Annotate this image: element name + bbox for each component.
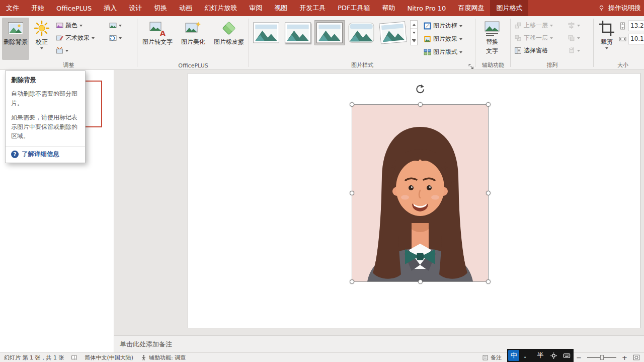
selection-handle-middle-right[interactable] [486,191,491,195]
artistic-effects-button[interactable]: 艺术效果 [54,32,107,44]
picture-border-button[interactable]: 图片边框 [422,20,464,32]
group-button[interactable] [566,32,586,44]
tab-picture-format[interactable]: 图片格式 [490,0,528,16]
selection-handle-top-right[interactable] [486,102,491,107]
selection-handle-bottom-center[interactable] [418,279,423,284]
rotation-handle[interactable] [415,84,426,95]
rotate-button[interactable] [566,45,586,56]
selection-handle-middle-left[interactable] [350,191,354,195]
tab-file[interactable]: 文件 [0,0,25,16]
zoom-slider-handle[interactable] [600,355,604,360]
ime-language-mode-button[interactable]: 中 [508,350,519,361]
picture-style-soft-edge[interactable] [346,20,376,45]
slide-1-editing-surface[interactable] [188,74,640,328]
send-backward-button[interactable]: 下移一层 [513,32,565,44]
selection-handle-top-center[interactable] [418,102,423,107]
shape-width-input[interactable]: 10.1 [628,34,644,44]
picture-layout-button[interactable]: 图片版式 [422,46,464,58]
tell-me-label: 操作说明搜 [608,4,641,13]
picture-style-rotated[interactable] [378,20,408,45]
ime-width-mode-button[interactable]: 半 [535,350,546,361]
crop-button[interactable]: 裁剪 [596,18,618,60]
corrections-label: 校正 [36,38,48,46]
ime-punctuation-button[interactable]: 。 [522,350,533,361]
tab-transitions[interactable]: 切换 [148,0,173,16]
change-picture-button[interactable] [108,20,128,31]
tab-help[interactable]: 帮助 [376,0,401,16]
selected-picture[interactable] [352,105,488,281]
notes-placeholder[interactable]: 单击此处添加备注 [120,340,172,349]
tab-animations[interactable]: 动画 [173,0,198,16]
picture-style-simple-frame[interactable] [251,20,281,45]
tooltip-paragraph-1: 自动删除不需要的部分图片。 [11,89,79,108]
chevron-down-icon [119,37,122,39]
picture-eraser-label: 图片橡皮擦 [214,38,244,46]
shape-height-icon [619,22,626,30]
tab-officeplus[interactable]: OfficePLUS [50,0,98,16]
selection-handle-bottom-right[interactable] [486,279,491,284]
tell-me-search[interactable]: 操作说明搜 [595,0,644,16]
alt-text-label-1: 替换 [486,38,498,46]
picture-style-gallery [251,18,408,45]
group-picture-styles: 图片边框 图片效果 图片版式 [249,16,475,69]
tell-me-more-link[interactable]: ? 了解详细信息 [11,150,79,159]
tab-insert[interactable]: 插入 [98,0,123,16]
gallery-more-button[interactable] [411,37,417,45]
portrait-illustration [352,105,488,281]
fit-to-window-icon[interactable] [633,354,640,361]
ime-keyboard-icon[interactable] [561,350,573,361]
tab-nitro-pro[interactable]: Nitro Pro 10 [401,0,452,16]
reset-picture-button[interactable] [108,32,128,44]
shape-height-input[interactable]: 13.2 [628,21,644,31]
selection-pane-button[interactable]: 选择窗格 [513,45,565,56]
tab-developer[interactable]: 开发工具 [293,0,332,16]
picture-border-icon [424,22,431,30]
align-button[interactable] [566,20,586,31]
slide-counter[interactable]: 幻灯片 第 1 张，共 1 张 [4,354,64,361]
compress-picture-button[interactable] [54,45,107,56]
zoom-in-button[interactable]: + [622,354,627,361]
alt-text-button[interactable]: 替换 文字 [477,18,507,60]
tab-slideshow[interactable]: 幻灯片放映 [198,0,243,16]
picture-effects-button[interactable]: 图片效果 [422,33,464,45]
picture-eraser-button[interactable]: 图片橡皮擦 [211,18,247,60]
question-circle-icon: ? [11,151,19,158]
tab-review[interactable]: 审阅 [243,0,268,16]
tab-home[interactable]: 开始 [25,0,50,16]
selection-handle-bottom-left[interactable] [350,279,354,284]
group-arrange: 上移一层 下移一层 选择窗格 [511,16,594,69]
spellcheck-book-icon[interactable] [71,354,77,361]
tab-baidu-netdisk[interactable]: 百度网盘 [452,0,490,16]
color-button[interactable]: 颜色 [54,20,107,31]
group-label-arrange: 排列 [511,61,594,69]
notes-toggle-button[interactable]: 备注 [482,354,502,361]
zoom-out-button[interactable]: − [576,354,582,361]
picture-style-shadow-frame[interactable] [283,20,313,45]
bring-forward-button[interactable]: 上移一层 [513,20,565,31]
picture-to-text-button[interactable]: A 图片转文字 [139,18,176,60]
remove-background-button[interactable]: 删除背景 [2,18,29,60]
picture-beautify-button[interactable]: 图片美化 [177,18,210,60]
picture-to-text-label: 图片转文字 [142,38,173,46]
lightbulb-icon [598,5,605,12]
slide-canvas-area[interactable] [114,70,644,335]
zoom-slider[interactable] [587,357,616,358]
send-backward-label: 下移一层 [524,34,548,42]
language-indicator[interactable]: 简体中文(中国大陆) [85,354,133,361]
picture-style-selected[interactable] [314,20,345,45]
corrections-button[interactable]: 校正 [30,18,53,60]
accessibility-status-label: 辅助功能: 调查 [149,354,186,361]
ime-settings-gear-icon[interactable] [548,350,559,361]
gallery-scroll-down-button[interactable] [411,29,417,37]
tooltip-paragraph-2: 如果需要，请使用标记表示图片中要保留或删除的区域。 [11,113,79,141]
chevron-down-icon [577,50,580,52]
notes-toggle-label: 备注 [491,354,502,361]
gallery-scroll-up-button[interactable] [411,21,417,29]
tab-view[interactable]: 视图 [268,0,293,16]
accessibility-status[interactable]: 辅助功能: 调查 [140,354,186,361]
tab-design[interactable]: 设计 [123,0,148,16]
group-officeplus: A 图片转文字 图片美化 图片橡皮擦 OfficePLUS [137,16,249,69]
chevron-down-icon [119,25,122,27]
tab-pdf-tools[interactable]: PDF工具箱 [332,0,376,16]
selection-handle-top-left[interactable] [350,102,354,107]
